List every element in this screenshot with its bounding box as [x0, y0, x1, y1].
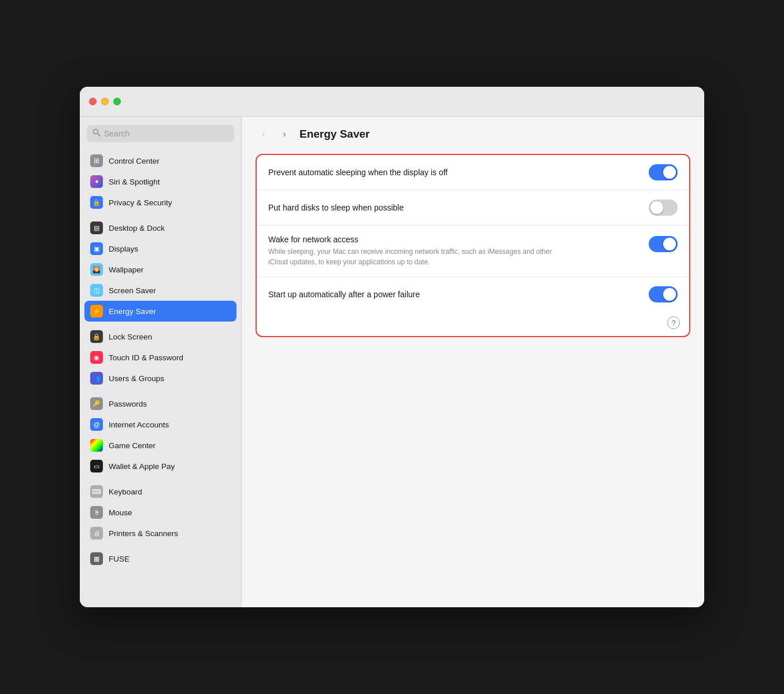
sidebar-item-keyboard[interactable]: ⌨ Keyboard	[84, 481, 236, 502]
setting-text-wake-network: Wake for network access While sleeping, …	[268, 235, 649, 267]
control-center-icon: ⊞	[90, 154, 103, 167]
sidebar-label-passwords: Passwords	[109, 400, 147, 408]
toggle-wake-network[interactable]	[649, 236, 678, 252]
sidebar-label-internet-accounts: Internet Accounts	[109, 420, 169, 429]
system-preferences-window: Search ⊞ Control Center ✦ Siri & Spotlig…	[80, 87, 704, 607]
sidebar-label-displays: Displays	[109, 245, 138, 253]
sidebar-list: ⊞ Control Center ✦ Siri & Spotlight 🔒	[80, 148, 241, 607]
sidebar-item-screen-saver[interactable]: ◫ Screen Saver	[84, 280, 236, 301]
help-row: ?	[257, 312, 689, 336]
setting-text-hard-disks: Put hard disks to sleep when possible	[268, 203, 649, 212]
divider-2	[84, 322, 236, 326]
sidebar-item-control-center[interactable]: ⊞ Control Center	[84, 150, 236, 171]
sidebar-item-game-center[interactable]: Game Center	[84, 435, 236, 456]
help-button[interactable]: ?	[667, 316, 680, 329]
settings-panel: Prevent automatic sleeping when the disp…	[256, 154, 690, 337]
setting-label-wake-network: Wake for network access	[268, 235, 649, 244]
toggle-startup[interactable]	[649, 286, 678, 302]
keyboard-icon: ⌨	[90, 485, 103, 498]
sidebar-label-privacy: Privacy & Security	[109, 198, 172, 207]
sidebar-item-wallpaper[interactable]: 🌄 Wallpaper	[84, 259, 236, 280]
sidebar-label-touch-id: Touch ID & Password	[109, 353, 183, 362]
sidebar-label-control-center: Control Center	[109, 157, 160, 165]
setting-description-wake-network: While sleeping, your Mac can receive inc…	[268, 246, 557, 267]
sidebar-label-wallet: Wallet & Apple Pay	[109, 462, 175, 471]
displays-icon: ▣	[90, 242, 103, 255]
sidebar-item-passwords[interactable]: 🔑 Passwords	[84, 393, 236, 414]
search-container: Search	[80, 117, 241, 148]
sidebar: Search ⊞ Control Center ✦ Siri & Spotlig…	[80, 117, 242, 607]
setting-label-hard-disks: Put hard disks to sleep when possible	[268, 203, 649, 212]
sidebar-label-energy-saver: Energy Saver	[109, 307, 156, 316]
sidebar-item-touch-id[interactable]: ◉ Touch ID & Password	[84, 347, 236, 368]
sidebar-item-displays[interactable]: ▣ Displays	[84, 238, 236, 259]
search-placeholder: Search	[104, 129, 130, 138]
sidebar-item-printers[interactable]: 🖨 Printers & Scanners	[84, 523, 236, 544]
sidebar-item-fuse[interactable]: ▦ FUSE	[84, 548, 236, 569]
sidebar-item-internet-accounts[interactable]: @ Internet Accounts	[84, 414, 236, 435]
sidebar-label-desktop-dock: Desktop & Dock	[109, 224, 165, 232]
divider-1	[84, 213, 236, 217]
desktop-dock-icon: ▤	[90, 222, 103, 234]
sidebar-label-lock-screen: Lock Screen	[109, 333, 152, 341]
setting-wake-network: Wake for network access While sleeping, …	[257, 226, 689, 277]
sidebar-item-privacy[interactable]: 🔒 Privacy & Security	[84, 192, 236, 213]
sidebar-item-mouse[interactable]: 🖱 Mouse	[84, 502, 236, 523]
lock-screen-icon: 🔒	[90, 330, 103, 343]
setting-text-startup: Start up automatically after a power fai…	[268, 290, 649, 299]
sidebar-item-wallet[interactable]: ▭ Wallet & Apple Pay	[84, 456, 236, 477]
sidebar-item-energy-saver[interactable]: ⚡ Energy Saver	[84, 301, 236, 322]
passwords-icon: 🔑	[90, 397, 103, 410]
divider-4	[84, 477, 236, 481]
sidebar-label-keyboard: Keyboard	[109, 488, 142, 496]
close-button[interactable]	[89, 98, 97, 105]
toggle-prevent-sleeping[interactable]	[649, 164, 678, 180]
energy-saver-icon: ⚡	[90, 305, 103, 318]
setting-hard-disks: Put hard disks to sleep when possible	[257, 190, 689, 226]
titlebar	[80, 87, 704, 117]
fuse-icon: ▦	[90, 552, 103, 565]
main-content: ‹ › Energy Saver Prevent automatic sleep…	[242, 117, 704, 607]
setting-text-prevent-sleeping: Prevent automatic sleeping when the disp…	[268, 168, 649, 177]
toggle-thumb-hard-disks	[650, 201, 663, 214]
toggle-hard-disks[interactable]	[649, 200, 678, 216]
touch-id-icon: ◉	[90, 351, 103, 364]
minimize-button[interactable]	[101, 98, 109, 105]
sidebar-label-printers: Printers & Scanners	[109, 529, 178, 538]
setting-prevent-sleeping: Prevent automatic sleeping when the disp…	[257, 155, 689, 190]
forward-button[interactable]: ›	[276, 126, 293, 142]
sidebar-item-siri-spotlight[interactable]: ✦ Siri & Spotlight	[84, 171, 236, 192]
sidebar-label-mouse: Mouse	[109, 508, 132, 517]
sidebar-label-users-groups: Users & Groups	[109, 374, 164, 383]
divider-3	[84, 389, 236, 393]
toggle-thumb-wake-network	[663, 238, 676, 250]
printers-icon: 🖨	[90, 527, 103, 540]
search-bar[interactable]: Search	[87, 125, 234, 142]
sidebar-label-siri: Siri & Spotlight	[109, 178, 160, 186]
main-header: ‹ › Energy Saver	[242, 117, 704, 149]
back-button[interactable]: ‹	[256, 126, 272, 142]
svg-point-0	[94, 130, 98, 134]
toggle-thumb-startup	[663, 288, 676, 301]
setting-label-prevent-sleeping: Prevent automatic sleeping when the disp…	[268, 168, 649, 177]
wallet-icon: ▭	[90, 460, 103, 472]
toggle-thumb-prevent-sleeping	[663, 166, 676, 179]
wallpaper-icon: 🌄	[90, 263, 103, 276]
traffic-lights	[89, 98, 121, 105]
sidebar-label-screen-saver: Screen Saver	[109, 286, 156, 295]
page-title: Energy Saver	[299, 128, 369, 141]
maximize-button[interactable]	[113, 98, 121, 105]
privacy-icon: 🔒	[90, 196, 103, 209]
mouse-icon: 🖱	[90, 506, 103, 519]
screen-saver-icon: ◫	[90, 284, 103, 297]
users-groups-icon: 👥	[90, 372, 103, 385]
siri-icon: ✦	[90, 175, 103, 188]
sidebar-item-lock-screen[interactable]: 🔒 Lock Screen	[84, 326, 236, 347]
sidebar-item-users-groups[interactable]: 👥 Users & Groups	[84, 368, 236, 389]
sidebar-label-wallpaper: Wallpaper	[109, 265, 143, 274]
sidebar-item-desktop-dock[interactable]: ▤ Desktop & Dock	[84, 217, 236, 238]
setting-startup: Start up automatically after a power fai…	[257, 277, 689, 312]
setting-label-startup: Start up automatically after a power fai…	[268, 290, 649, 299]
sidebar-label-game-center: Game Center	[109, 441, 156, 450]
content-area: Search ⊞ Control Center ✦ Siri & Spotlig…	[80, 117, 704, 607]
